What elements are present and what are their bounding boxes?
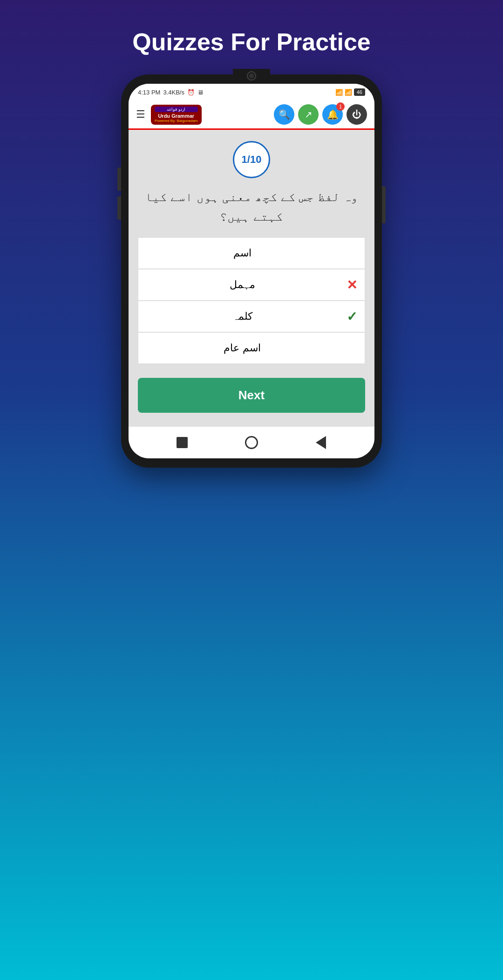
app-header: ☰ اردو قواعد Urdu Grammar Powered By: Ba… (129, 101, 374, 130)
signal-icon: 📶 (345, 89, 352, 96)
option-4-text: اسم عام (224, 342, 260, 354)
power-button (382, 186, 386, 223)
notification-badge: 1 (336, 102, 345, 111)
bottom-navigation (129, 427, 374, 458)
phone-screen: 4:13 PM 3.4KB/s ⏰ 🖥 📶 📶 46 ☰ (129, 84, 374, 458)
status-time: 4:13 PM (138, 89, 160, 96)
option-1[interactable]: اسم (138, 237, 365, 269)
status-data: 3.4KB/s (163, 89, 184, 96)
battery-indicator: 46 (354, 88, 365, 96)
status-right: 📶 📶 46 (335, 88, 365, 96)
share-button[interactable]: ↗ (298, 104, 319, 125)
recent-apps-icon (177, 437, 188, 448)
search-button[interactable]: 🔍 (274, 104, 294, 125)
next-button[interactable]: Next (138, 378, 365, 413)
logo-sub-text: Powered By: Baigunadam (155, 119, 198, 123)
camera-lens (247, 71, 256, 81)
answer-options: اسم مہمل ✕ کلمہ ✓ اسم عام (138, 237, 365, 364)
status-bar: 4:13 PM 3.4KB/s ⏰ 🖥 📶 📶 46 (129, 84, 374, 101)
question-counter: 1/10 (233, 141, 270, 178)
correct-icon: ✓ (347, 309, 357, 324)
status-alarm-icon: ⏰ (187, 89, 195, 96)
recent-apps-button[interactable] (174, 434, 190, 451)
header-left: ☰ اردو قواعد Urdu Grammar Powered By: Ba… (136, 105, 202, 125)
app-logo: اردو قواعد Urdu Grammar Powered By: Baig… (151, 105, 202, 125)
option-3-text: کلمہ (232, 310, 252, 322)
power-button-icon[interactable]: ⏻ (347, 104, 367, 125)
logo-top-text: اردو قواعد (155, 107, 198, 112)
option-2[interactable]: مہمل ✕ (138, 269, 365, 301)
status-left: 4:13 PM 3.4KB/s ⏰ 🖥 (138, 89, 204, 96)
wifi-icon: 📶 (335, 89, 343, 96)
option-4[interactable]: اسم عام (138, 332, 365, 364)
back-icon (316, 436, 326, 449)
wrong-icon: ✕ (347, 277, 357, 293)
option-3[interactable]: کلمہ ✓ (138, 301, 365, 332)
status-screen-icon: 🖥 (197, 89, 204, 96)
volume-buttons (117, 168, 121, 220)
header-right: 🔍 ↗ 🔔 1 ⏻ (274, 104, 367, 125)
back-button[interactable] (313, 434, 329, 451)
logo-main-text: Urdu Grammar (155, 113, 198, 119)
quiz-content: 1/10 وہ لفظ جس کے کچھ معنی ہوں اسے کیا ک… (129, 130, 374, 427)
question-text: وہ لفظ جس کے کچھ معنی ہوں اسے کیا کہتے ہ… (138, 188, 365, 226)
page-title: Quizzes For Practice (132, 28, 371, 56)
phone-device: 4:13 PM 3.4KB/s ⏰ 🖥 📶 📶 46 ☰ (121, 74, 382, 468)
hamburger-menu[interactable]: ☰ (136, 108, 145, 121)
camera-notch (233, 69, 270, 83)
option-1-text: اسم (233, 247, 252, 259)
notification-button[interactable]: 🔔 1 (322, 104, 343, 125)
home-button[interactable] (243, 434, 260, 451)
home-icon (245, 436, 258, 449)
option-2-text: مہمل (230, 279, 255, 291)
